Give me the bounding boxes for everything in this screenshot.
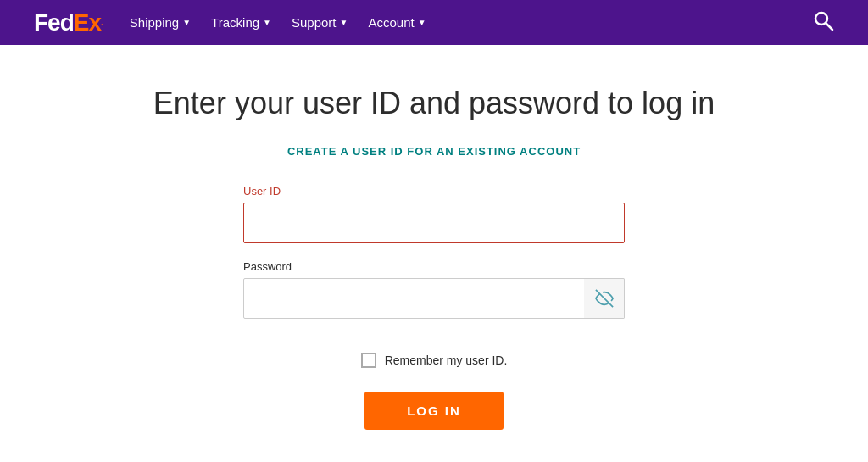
fedex-logo[interactable]: FedEx. <box>34 9 103 36</box>
chevron-down-icon: ▼ <box>263 18 271 27</box>
nav-item-shipping[interactable]: Shipping ▼ <box>130 15 191 30</box>
password-field-group: Password <box>243 260 625 319</box>
toggle-password-button[interactable] <box>584 278 625 319</box>
nav-item-account[interactable]: Account ▼ <box>368 15 426 30</box>
nav-support-label: Support <box>292 15 337 30</box>
chevron-down-icon: ▼ <box>418 18 426 27</box>
logo-fed: Fed <box>34 9 74 36</box>
password-label: Password <box>243 260 625 273</box>
main-content: Enter your user ID and password to log i… <box>0 45 868 430</box>
logo-dot: . <box>101 18 103 27</box>
login-form: User ID Password Remember my user ID. <box>243 185 625 430</box>
userid-label: User ID <box>243 185 625 198</box>
logo-ex: Ex <box>74 9 101 36</box>
search-button[interactable] <box>812 9 834 36</box>
svg-line-1 <box>826 23 833 30</box>
nav-item-support[interactable]: Support ▼ <box>292 15 348 30</box>
navbar: FedEx. Shipping ▼ Tracking ▼ Support ▼ A… <box>0 0 868 45</box>
chevron-down-icon: ▼ <box>340 18 348 27</box>
userid-field-group: User ID <box>243 185 625 243</box>
eye-hidden-icon <box>595 289 614 308</box>
remember-label[interactable]: Remember my user ID. <box>385 353 508 367</box>
nav-shipping-label: Shipping <box>130 15 179 30</box>
password-wrapper <box>243 278 625 319</box>
nav-item-tracking[interactable]: Tracking ▼ <box>211 15 271 30</box>
navbar-left: FedEx. Shipping ▼ Tracking ▼ Support ▼ A… <box>34 9 426 36</box>
userid-input[interactable] <box>243 203 625 243</box>
password-input[interactable] <box>243 278 625 319</box>
chevron-down-icon: ▼ <box>182 18 191 27</box>
search-icon <box>812 9 834 31</box>
nav-account-label: Account <box>368 15 414 30</box>
page-title: Enter your user ID and password to log i… <box>153 86 715 121</box>
remember-checkbox[interactable] <box>361 353 376 368</box>
login-button[interactable]: LOG IN <box>364 392 504 430</box>
nav-tracking-label: Tracking <box>211 15 259 30</box>
remember-row: Remember my user ID. <box>243 353 625 368</box>
nav-menu: Shipping ▼ Tracking ▼ Support ▼ Account … <box>130 15 426 30</box>
create-userid-link[interactable]: CREATE A USER ID FOR AN EXISTING ACCOUNT <box>287 145 581 158</box>
